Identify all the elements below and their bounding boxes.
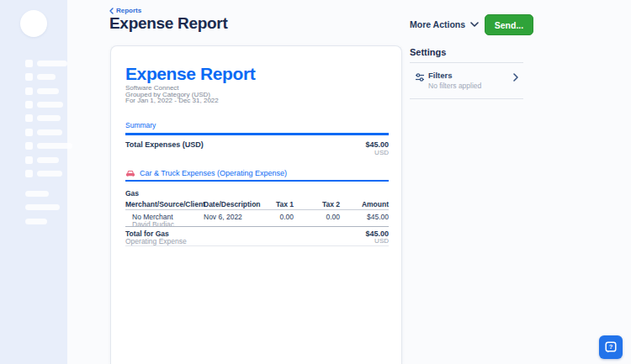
sidebar-item-label — [37, 88, 59, 94]
sidebar-item-label — [37, 115, 61, 121]
sidebar-item[interactable] — [0, 170, 67, 180]
sidebar-footer-link[interactable] — [25, 204, 60, 210]
table-header-merchant: Merchant/Source/Client — [125, 200, 205, 208]
page-title: Expense Report — [109, 14, 227, 33]
summary-total-label: Total Expenses (USD) — [125, 140, 204, 149]
help-chat-button[interactable]: ? — [599, 335, 623, 359]
settings-divider — [410, 98, 523, 99]
sidebar-item[interactable] — [0, 142, 67, 152]
table-header-tax1: Tax 1 — [252, 200, 294, 208]
sidebar-icon — [25, 156, 33, 164]
settings-heading: Settings — [410, 47, 446, 57]
table-end-divider — [125, 245, 389, 246]
cell-client: David Budiac — [132, 220, 174, 229]
sidebar-icon — [25, 142, 33, 150]
section-divider — [125, 133, 389, 135]
sidebar-item-label — [37, 171, 62, 177]
send-button[interactable]: Send... — [485, 14, 533, 35]
sidebar-icon — [25, 60, 33, 67]
table-header-amount: Amount — [330, 200, 389, 208]
chevron-right-icon — [513, 70, 518, 85]
table-total-divider — [125, 226, 389, 227]
svg-text:?: ? — [609, 343, 613, 351]
breadcrumb[interactable]: Reports — [109, 7, 141, 14]
subcategory-label: Gas — [125, 189, 139, 198]
sidebar-item[interactable] — [0, 60, 67, 70]
cell-amount: $45.00 — [330, 213, 389, 221]
settings-divider — [410, 62, 523, 63]
sidebar-item[interactable] — [0, 73, 67, 83]
category-link[interactable]: Car & Truck Expenses (Operating Expense) — [125, 169, 287, 177]
filters-label: Filters — [428, 71, 453, 80]
filter-sliders-icon — [415, 71, 425, 86]
sidebar-item[interactable] — [0, 87, 67, 98]
category-heading: Car & Truck Expenses (Operating Expense) — [140, 169, 287, 177]
sidebar-icon — [25, 129, 33, 136]
sidebar — [0, 0, 67, 364]
sidebar-item-label — [37, 143, 72, 149]
sidebar-item[interactable] — [0, 129, 67, 139]
report-title: Expense Report — [125, 64, 255, 84]
car-icon — [125, 170, 135, 177]
sidebar-footer-link[interactable] — [25, 219, 47, 224]
sidebar-icon — [25, 101, 33, 108]
chevron-left-icon — [109, 8, 114, 14]
sidebar-icon — [25, 170, 33, 177]
report-card: Expense Report Software Connect Grouped … — [110, 45, 402, 364]
sidebar-item-label — [37, 74, 56, 80]
sidebar-item-label — [37, 61, 67, 66]
more-actions-label: More Actions — [410, 19, 465, 29]
expense-report-page: Reports Expense Report More Actions Send… — [0, 0, 631, 364]
report-period: For Jan 1, 2022 - Dec 31, 2022 — [125, 98, 219, 104]
sidebar-footer-link[interactable] — [25, 191, 49, 197]
app-logo — [20, 10, 47, 37]
send-button-label: Send... — [495, 20, 523, 30]
cell-tax1: 0.00 — [252, 213, 294, 221]
sidebar-icon — [25, 114, 33, 122]
sidebar-icon — [25, 87, 33, 95]
cell-date: Nov 6, 2022 — [204, 213, 242, 221]
summary-total-amount: $45.00 — [365, 140, 389, 149]
summary-total-currency: USD — [374, 149, 389, 156]
sidebar-icon — [25, 73, 33, 81]
total-currency: USD — [374, 237, 389, 245]
sidebar-item[interactable] — [0, 114, 67, 124]
chevron-down-icon — [470, 22, 479, 27]
section-divider — [125, 180, 389, 182]
filters-status: No filters applied — [428, 82, 481, 90]
sidebar-item-label — [37, 157, 59, 163]
more-actions-button[interactable]: More Actions — [410, 19, 479, 29]
sidebar-item[interactable] — [0, 156, 67, 166]
total-sublabel: Operating Expense — [125, 237, 187, 245]
sidebar-item[interactable] — [0, 101, 67, 111]
help-bubble-icon: ? — [604, 340, 618, 354]
sidebar-item-label — [37, 102, 63, 108]
table-header-divider — [125, 209, 389, 210]
sidebar-item-label — [37, 129, 62, 135]
summary-heading: Summary — [125, 121, 156, 129]
breadcrumb-label: Reports — [116, 7, 141, 14]
filters-row[interactable]: Filters No filters applied — [410, 67, 523, 94]
